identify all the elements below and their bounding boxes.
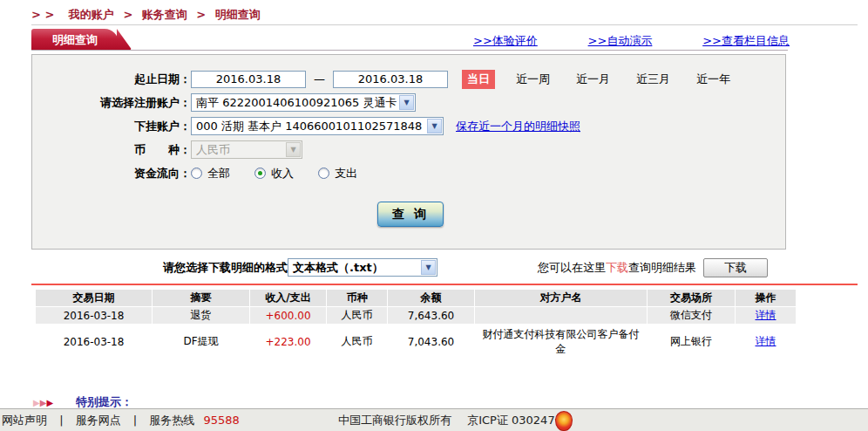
header-links: >>体验评价 >>自动演示 >>查看栏目信息 — [473, 33, 790, 49]
col-header-action: 操作 — [736, 290, 797, 307]
cell-date: 2016-03-18 — [36, 325, 153, 359]
footer-copyright: 中国工商银行版权所有 京ICP证 030247号 — [338, 413, 566, 428]
quick-range-week[interactable]: 近一周 — [516, 72, 550, 87]
quick-range-today[interactable]: 当日 — [462, 70, 495, 89]
save-snapshot-link[interactable]: 保存近一个月的明细快照 — [456, 119, 580, 134]
date-from-input[interactable] — [191, 71, 306, 88]
cell-currency: 人民币 — [327, 325, 388, 359]
arrow-icon: ▶ — [33, 398, 40, 407]
chevron-down-icon: ▼ — [427, 119, 442, 133]
detail-link[interactable]: 详情 — [756, 309, 776, 321]
detail-link[interactable]: 详情 — [756, 335, 776, 347]
table-header-row: 交易日期 摘要 收入/支出 币种 余额 对方户名 交易场所 操作 — [36, 290, 797, 307]
footer-bar: 网站声明 | 服务网点 | 服务热线 95588 中国工商银行版权所有 京ICP… — [0, 408, 868, 431]
quick-range-quarter[interactable]: 近三月 — [636, 72, 670, 87]
currency-value: 人民币 — [192, 142, 249, 158]
tab-title: 明细查询 — [52, 33, 98, 46]
table-top-divider — [31, 284, 858, 285]
download-format-select[interactable]: 文本格式（.txt） ▼ — [288, 258, 437, 277]
quick-range-month[interactable]: 近一月 — [576, 72, 610, 87]
link-view-column-info[interactable]: >>查看栏目信息 — [702, 33, 790, 49]
flow-option-all[interactable]: 全部 — [191, 166, 230, 181]
date-separator: — — [314, 72, 325, 86]
breadcrumb-prefix: > > — [31, 8, 54, 21]
currency-label: 币 种： — [32, 142, 191, 158]
currency-row: 币 种： 人民币 ▼ — [32, 138, 785, 161]
col-header-venue: 交易场所 — [648, 290, 736, 307]
cell-amount: +600.00 — [250, 307, 327, 325]
download-hint-prefix: 您可以在这里 — [538, 260, 606, 276]
breadcrumb-separator: > — [123, 8, 132, 21]
breadcrumb-divider — [31, 24, 858, 25]
radio-icon[interactable] — [318, 168, 329, 179]
download-hint-suffix: 查询明细结果 — [628, 260, 696, 276]
flow-row: 资金流向： 全部 收入 支出 — [32, 161, 785, 185]
tab-underline — [31, 50, 788, 51]
icp-license: 京ICP证 030247号 — [467, 414, 566, 427]
hotline-number: 95588 — [203, 414, 239, 427]
flow-option-expense[interactable]: 支出 — [318, 166, 357, 181]
copyright-text: 中国工商银行版权所有 — [338, 414, 451, 427]
link-auto-demo[interactable]: >>自动演示 — [588, 33, 653, 49]
col-header-counterparty: 对方户名 — [475, 290, 648, 307]
security-badge-icon[interactable] — [555, 411, 573, 431]
radio-icon[interactable] — [191, 168, 202, 179]
query-form-panel: 起止日期： — 当日 近一周 近一月 近三月 近一年 请选择注册账户： 南平 6… — [31, 54, 786, 250]
query-button[interactable]: 查 询 — [377, 202, 444, 227]
col-header-date: 交易日期 — [36, 290, 153, 307]
flow-label: 资金流向： — [32, 166, 191, 181]
download-format-label: 请您选择下载明细的格式 — [163, 260, 288, 276]
sub-account-select[interactable]: 000 活期 基本户 1406600101102571848 ▼ — [191, 117, 444, 135]
flow-option-income-label: 收入 — [271, 166, 294, 181]
breadcrumb: > > 我的账户 > 账务查询 > 明细查询 — [31, 7, 261, 23]
flow-option-expense-label: 支出 — [335, 166, 357, 181]
download-row: 请您选择下载明细的格式 文本格式（.txt） ▼ 您可以在这里 下载 查询明细结… — [0, 258, 868, 279]
cell-date: 2016-03-18 — [36, 307, 153, 325]
breadcrumb-separator: > — [196, 8, 206, 21]
tab-detail-query: 明细查询 — [31, 29, 119, 51]
sub-account-row: 下挂账户： 000 活期 基本户 1406600101102571848 ▼ 保… — [32, 114, 785, 138]
download-inline-link[interactable]: 下载 — [606, 260, 628, 276]
cell-currency: 人民币 — [327, 307, 388, 325]
chevron-down-icon: ▼ — [399, 95, 414, 110]
flow-option-income[interactable]: 收入 — [254, 166, 294, 181]
arrow-icon: ▶ — [40, 398, 47, 407]
footer-link-service-outlets[interactable]: 服务网点 — [76, 414, 121, 427]
footer-link-site-statement[interactable]: 网站声明 — [2, 414, 47, 427]
breadcrumb-item-detail-query[interactable]: 明细查询 — [215, 8, 261, 21]
download-hint-group: 您可以在这里 下载 查询明细结果 下载 — [538, 258, 768, 277]
footer-separator: | — [59, 414, 63, 427]
breadcrumb-item-my-account[interactable]: 我的账户 — [69, 8, 114, 21]
link-experience-review[interactable]: >>体验评价 — [473, 33, 538, 49]
cell-balance: 7,643.60 — [388, 307, 475, 325]
hotline-label: 服务热线 — [149, 414, 194, 427]
quick-range-year[interactable]: 近一年 — [696, 72, 730, 87]
download-format-value: 文本格式（.txt） — [288, 260, 403, 276]
cell-amount: +223.00 — [250, 325, 327, 359]
cell-counterparty — [475, 307, 648, 325]
currency-select: 人民币 ▼ — [191, 140, 302, 159]
detail-query-page: > > 我的账户 > 账务查询 > 明细查询 明细查询 >>体验评价 >>自动演… — [0, 0, 868, 431]
date-range-row: 起止日期： — 当日 近一周 近一月 近三月 近一年 — [32, 67, 785, 91]
registered-account-select[interactable]: 南平 6222001406100921065 灵通卡 ▼ — [191, 93, 416, 112]
footer-separator: | — [133, 414, 137, 427]
download-button[interactable]: 下载 — [703, 258, 768, 277]
chevron-down-icon: ▼ — [421, 260, 436, 275]
chevron-down-icon: ▼ — [286, 142, 301, 157]
cell-summary: DF提现 — [153, 325, 250, 359]
cell-balance: 7,043.60 — [388, 325, 475, 359]
col-header-currency: 币种 — [327, 290, 388, 307]
date-range-label: 起止日期： — [32, 72, 191, 87]
date-to-input[interactable] — [333, 71, 448, 88]
cell-venue: 微信支付 — [648, 307, 736, 325]
table-row: 2016-03-18 DF提现 +223.00 人民币 7,043.60 财付通… — [36, 325, 797, 359]
sub-account-label: 下挂账户： — [32, 119, 191, 134]
cell-counterparty: 财付通支付科技有限公司客户备付金 — [475, 325, 648, 359]
radio-checked-icon[interactable] — [254, 168, 266, 179]
cell-summary: 退货 — [153, 307, 250, 325]
registered-account-value: 南平 6222001406100921065 灵通卡 — [192, 95, 415, 111]
breadcrumb-item-account-query[interactable]: 账务查询 — [142, 8, 187, 21]
quick-range-group: 当日 近一周 近一月 近三月 近一年 — [462, 70, 756, 89]
col-header-balance: 余额 — [388, 290, 475, 307]
footer-links: 网站声明 | 服务网点 | 服务热线 95588 — [2, 413, 240, 428]
